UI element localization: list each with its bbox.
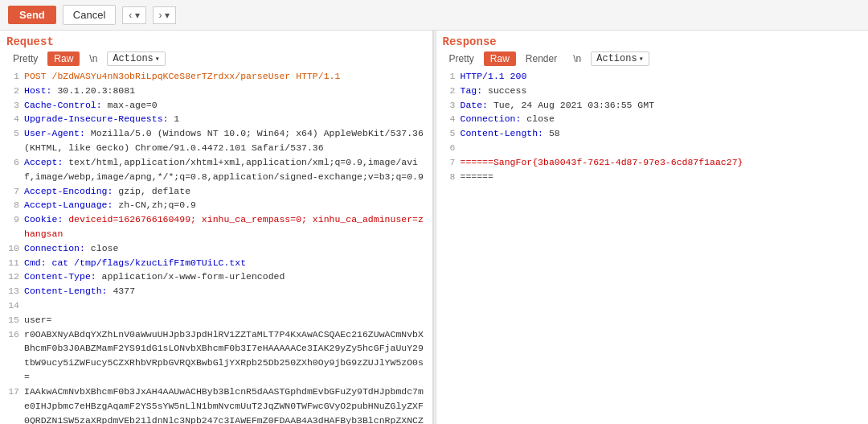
table-row: 3Date: Tue, 24 Aug 2021 03:36:55 GMT bbox=[443, 98, 862, 113]
line-content: ====== bbox=[461, 170, 862, 184]
line-number: 5 bbox=[6, 126, 19, 155]
request-tab-ln[interactable]: \n bbox=[83, 51, 104, 66]
line-number: 15 bbox=[6, 313, 19, 327]
line-content: Date: Tue, 24 Aug 2021 03:36:55 GMT bbox=[461, 98, 862, 113]
line-content: Connection: close bbox=[24, 241, 426, 256]
line-content: Accept-Encoding: gzip, deflate bbox=[24, 184, 426, 199]
line-number: 10 bbox=[6, 241, 19, 256]
line-content: Accept-Language: zh-CN,zh;q=0.9 bbox=[24, 198, 426, 212]
line-number: 6 bbox=[6, 155, 19, 184]
line-number: 8 bbox=[443, 170, 456, 184]
line-content: HTTP/1.1 200 bbox=[461, 69, 862, 84]
toolbar: Send Cancel ‹ ▾ › ▾ bbox=[0, 0, 868, 31]
response-tab-render[interactable]: Render bbox=[519, 51, 563, 66]
table-row: 12Content-Type: application/x-www-form-u… bbox=[6, 270, 426, 284]
line-content: Content-Length: 58 bbox=[461, 126, 862, 141]
table-row: 16r0OABXNyABdqYXZhLnV0aWwuUHJpb3JpdHlRV1… bbox=[6, 327, 426, 385]
table-row: 8====== bbox=[443, 170, 862, 184]
line-number: 9 bbox=[6, 212, 19, 241]
cancel-button[interactable]: Cancel bbox=[63, 5, 116, 25]
line-content: User-Agent: Mozilla/5.0 (Windows NT 10.0… bbox=[24, 126, 426, 155]
response-tab-bar: Pretty Raw Render \n Actions ▾ bbox=[443, 51, 862, 66]
line-number: 12 bbox=[6, 270, 19, 284]
line-content bbox=[461, 141, 862, 155]
line-content: r0OABXNyABdqYXZhLnV0aWwuUHJpb3JpdHlRV1ZZ… bbox=[24, 327, 426, 385]
table-row: 6 bbox=[443, 141, 862, 155]
send-button[interactable]: Send bbox=[8, 6, 56, 24]
table-row: 5Content-Length: 58 bbox=[443, 126, 862, 141]
line-content: Connection: close bbox=[461, 112, 862, 126]
table-row: 10Connection: close bbox=[6, 241, 426, 256]
request-title: Request bbox=[6, 35, 426, 48]
request-panel: Request Pretty Raw \n Actions ▾ 1POST /b… bbox=[0, 31, 433, 424]
line-number: 13 bbox=[6, 284, 19, 298]
table-row: 17IAAkwACmNvbXBhcmF0b3JxAH4AAUwACHByb3Bl… bbox=[6, 385, 426, 424]
table-row: 4Connection: close bbox=[443, 112, 862, 126]
line-number: 7 bbox=[6, 184, 19, 199]
nav-prev-button[interactable]: ‹ ▾ bbox=[122, 6, 145, 24]
table-row: 2Host: 30.1.20.3:8081 bbox=[6, 84, 426, 98]
table-row: 7======SangFor{3ba0043f-7621-4d87-97e3-6… bbox=[443, 155, 862, 170]
line-number: 8 bbox=[6, 198, 19, 212]
table-row: 13Content-Length: 4377 bbox=[6, 284, 426, 298]
request-header: Request Pretty Raw \n Actions ▾ bbox=[0, 31, 432, 66]
line-number: 2 bbox=[443, 84, 456, 98]
line-content: POST /bZdWASYu4nN3obRiLpqKCeS8erTZrdxx/p… bbox=[24, 69, 426, 84]
line-number: 1 bbox=[443, 69, 456, 84]
response-tab-pretty[interactable]: Pretty bbox=[443, 51, 481, 66]
main-layout: Request Pretty Raw \n Actions ▾ 1POST /b… bbox=[0, 31, 868, 424]
line-number: 3 bbox=[6, 98, 19, 113]
table-row: 1POST /bZdWASYu4nN3obRiLpqKCeS8erTZrdxx/… bbox=[6, 69, 426, 84]
table-row: 1HTTP/1.1 200 bbox=[443, 69, 862, 84]
table-row: 4Upgrade-Insecure-Requests: 1 bbox=[6, 112, 426, 126]
line-content: Cookie: deviceid=1626766160499; xinhu_ca… bbox=[24, 212, 426, 241]
line-number: 6 bbox=[443, 141, 456, 155]
response-title: Response bbox=[443, 35, 862, 48]
line-number: 4 bbox=[6, 112, 19, 126]
table-row: 11Cmd: cat /tmp/flags/kzucLifFIm0TUiLC.t… bbox=[6, 256, 426, 270]
line-content: IAAkwACmNvbXBhcmF0b3JxAH4AAUwACHByb3Blcn… bbox=[24, 385, 426, 424]
table-row: 14 bbox=[6, 298, 426, 313]
request-tab-bar: Pretty Raw \n Actions ▾ bbox=[6, 51, 426, 66]
table-row: 15user= bbox=[6, 313, 426, 327]
table-row: 6Accept: text/html,application/xhtml+xml… bbox=[6, 155, 426, 184]
line-content: Accept: text/html,application/xhtml+xml,… bbox=[24, 155, 426, 184]
response-panel: Response Pretty Raw Render \n Actions ▾ … bbox=[436, 31, 869, 424]
response-actions-dropdown[interactable]: Actions ▾ bbox=[591, 51, 649, 66]
table-row: 9Cookie: deviceid=1626766160499; xinhu_c… bbox=[6, 212, 426, 241]
line-content: Cmd: cat /tmp/flags/kzucLifFIm0TUiLC.txt bbox=[24, 256, 426, 270]
line-content: Tag: success bbox=[461, 84, 862, 98]
line-content: ======SangFor{3ba0043f-7621-4d87-97e3-6c… bbox=[461, 155, 862, 170]
line-number: 16 bbox=[6, 327, 19, 385]
response-tab-raw[interactable]: Raw bbox=[484, 51, 516, 66]
nav-next-button[interactable]: › ▾ bbox=[153, 6, 176, 24]
chevron-down-icon: ▾ bbox=[639, 54, 644, 64]
request-tab-raw[interactable]: Raw bbox=[47, 51, 80, 66]
response-header: Response Pretty Raw Render \n Actions ▾ bbox=[436, 31, 869, 66]
line-number: 2 bbox=[6, 84, 19, 98]
chevron-down-icon: ▾ bbox=[155, 54, 160, 64]
table-row: 2Tag: success bbox=[443, 84, 862, 98]
line-number: 1 bbox=[6, 69, 19, 84]
table-row: 3Cache-Control: max-age=0 bbox=[6, 98, 426, 113]
line-number: 11 bbox=[6, 256, 19, 270]
line-content: Host: 30.1.20.3:8081 bbox=[24, 84, 426, 98]
line-number: 4 bbox=[443, 112, 456, 126]
request-content[interactable]: 1POST /bZdWASYu4nN3obRiLpqKCeS8erTZrdxx/… bbox=[0, 66, 432, 424]
line-number: 17 bbox=[6, 385, 19, 424]
line-number: 5 bbox=[443, 126, 456, 141]
table-row: 5User-Agent: Mozilla/5.0 (Windows NT 10.… bbox=[6, 126, 426, 155]
line-number: 7 bbox=[443, 155, 456, 170]
table-row: 7Accept-Encoding: gzip, deflate bbox=[6, 184, 426, 199]
line-content: Cache-Control: max-age=0 bbox=[24, 98, 426, 113]
response-tab-ln[interactable]: \n bbox=[567, 51, 588, 66]
table-row: 8Accept-Language: zh-CN,zh;q=0.9 bbox=[6, 198, 426, 212]
line-content bbox=[24, 298, 426, 313]
response-content[interactable]: 1HTTP/1.1 2002Tag: success3Date: Tue, 24… bbox=[436, 66, 869, 424]
line-content: Content-Type: application/x-www-form-url… bbox=[24, 270, 426, 284]
line-number: 14 bbox=[6, 298, 19, 313]
request-tab-pretty[interactable]: Pretty bbox=[6, 51, 44, 66]
line-content: Upgrade-Insecure-Requests: 1 bbox=[24, 112, 426, 126]
line-content: Content-Length: 4377 bbox=[24, 284, 426, 298]
request-actions-dropdown[interactable]: Actions ▾ bbox=[107, 51, 165, 66]
